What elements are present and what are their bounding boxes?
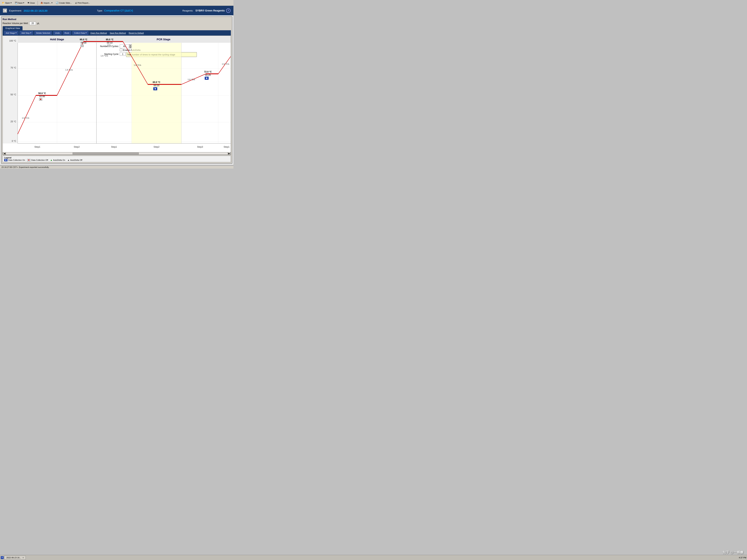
- nav-back-button[interactable]: ◀: [3, 8, 7, 12]
- svg-text:25 °C: 25 °C: [10, 120, 16, 123]
- collect-data-label: Collect Data: [74, 32, 85, 34]
- create-slide-button[interactable]: 🔄 Create Slide...: [55, 1, 73, 5]
- svg-rect-1: [3, 36, 18, 143]
- save-label: Save: [18, 2, 23, 4]
- add-step-button[interactable]: Add Step ▾: [20, 31, 33, 35]
- add-step-label: Add Step: [21, 32, 29, 34]
- collect-data-dropdown-icon: ▾: [85, 32, 87, 34]
- close-label: Close: [30, 2, 35, 4]
- svg-text:Step1: Step1: [224, 145, 230, 148]
- open-dropdown-icon: ▾: [10, 2, 12, 4]
- print-icon: 🖨: [75, 2, 77, 4]
- import-button[interactable]: 📥 Import... ▾: [40, 1, 53, 5]
- svg-text:1.6 °C/s: 1.6 °C/s: [22, 117, 29, 119]
- svg-text:Step1: Step1: [34, 145, 40, 148]
- reagents-label: Reagents:: [182, 9, 193, 12]
- open-run-method-label: Open Run Method: [91, 32, 107, 34]
- experiment-value: 2022-06-23 162130: [24, 9, 47, 12]
- svg-text:50.0 °C: 50.0 °C: [38, 92, 46, 95]
- tab-bar: Graphical View: [3, 26, 231, 30]
- scrollbar-track[interactable]: [6, 153, 227, 154]
- legend-autodelta-off: ▲ AutoDelta Off: [67, 159, 82, 161]
- svg-text:00:20: 00:20: [205, 74, 211, 76]
- svg-text:▲: ▲: [129, 45, 131, 47]
- svg-rect-24: [120, 49, 122, 51]
- svg-rect-72: [205, 77, 206, 77]
- legend: Legend Data Collection On Data Collectio…: [3, 156, 231, 162]
- redo-label: Redo: [65, 32, 69, 34]
- slide-icon: 🔄: [56, 2, 58, 4]
- horizontal-scrollbar[interactable]: ◀ ▶: [3, 152, 231, 155]
- separator: [37, 1, 38, 5]
- run-method-title: Run Method: [3, 18, 231, 21]
- svg-text:02:00: 02:00: [39, 95, 45, 98]
- add-stage-button[interactable]: Add Stage ▾: [4, 31, 18, 35]
- camera-on-icon: [4, 159, 7, 161]
- experiment-label: Experiment:: [9, 9, 22, 12]
- reaction-volume-label: Reaction Volume per Well:: [3, 22, 28, 25]
- svg-point-63: [155, 88, 156, 89]
- svg-text:50 °C: 50 °C: [10, 93, 16, 96]
- svg-text:0 °C: 0 °C: [12, 140, 16, 142]
- scrollbar-thumb[interactable]: [73, 153, 139, 154]
- undo-label: Undo: [55, 32, 60, 34]
- svg-text:Hold Stage: Hold Stage: [50, 38, 64, 41]
- svg-text:72.0 °C: 72.0 °C: [204, 71, 212, 73]
- revert-to-default-button[interactable]: Revert to Default: [128, 31, 145, 35]
- open-run-method-button[interactable]: Open Run Method: [90, 31, 108, 35]
- svg-text:00:20: 00:20: [154, 84, 159, 87]
- reaction-volume-input[interactable]: [29, 22, 36, 25]
- svg-text:Step2: Step2: [154, 145, 160, 148]
- help-button[interactable]: ?: [226, 8, 231, 13]
- print-report-button[interactable]: 🖨 Print Report...: [74, 1, 91, 5]
- svg-point-43: [40, 99, 42, 100]
- svg-text:1: 1: [122, 53, 123, 55]
- undo-button[interactable]: Undo: [53, 31, 61, 35]
- svg-text:Step2: Step2: [74, 145, 80, 148]
- svg-text:75 °C: 75 °C: [10, 66, 16, 69]
- pcr-graph-svg: 100 °C 75 °C 50 °C 25 °C 0 °C Hold Stage: [3, 36, 231, 152]
- redo-button[interactable]: Redo: [63, 31, 71, 35]
- delete-selected-button[interactable]: Delete Selected: [34, 31, 52, 35]
- save-run-method-button[interactable]: Save Run Method: [109, 31, 127, 35]
- data-collection-off-label: Data Collection Off: [31, 159, 48, 161]
- close-button[interactable]: ✖ Close: [27, 1, 36, 5]
- save-button[interactable]: 💾 Save ▾: [14, 1, 25, 5]
- graph-toolbar: Add Stage ▾ Add Step ▾ Delete Selected U…: [3, 30, 231, 35]
- import-dropdown-icon: ▾: [51, 2, 53, 4]
- folder-icon: 📂: [2, 2, 5, 4]
- scroll-left-button[interactable]: ◀: [3, 152, 6, 155]
- reagents-value: SYBR® Green Reagents: [196, 9, 225, 12]
- import-icon: 📥: [41, 2, 43, 4]
- legend-autodelta-on: ▲ AutoDelta On: [50, 159, 65, 161]
- add-stage-label: Add Stage: [6, 32, 15, 34]
- legend-data-collection-on: Data Collection On: [4, 159, 25, 161]
- tab-graphical-view[interactable]: Graphical View: [3, 26, 23, 30]
- print-report-label: Print Report...: [78, 2, 90, 4]
- svg-rect-55: [107, 45, 110, 47]
- revert-to-default-label: Revert to Default: [129, 32, 144, 34]
- svg-text:100 °C: 100 °C: [9, 39, 16, 42]
- save-run-method-label: Save Run Method: [110, 32, 126, 34]
- collect-data-button[interactable]: Collect Data ▾: [72, 31, 88, 35]
- run-method-panel: Run Method Reaction Volume per Well: µL …: [1, 17, 232, 164]
- close-icon: ✖: [28, 2, 29, 4]
- add-stage-dropdown-icon: ▾: [16, 32, 17, 34]
- header: ◀ Experiment: 2022-06-23 162130 Type: Co…: [0, 6, 233, 15]
- graph-container: 100 °C 75 °C 50 °C 25 °C 0 °C Hold Stage: [3, 35, 231, 155]
- svg-text:▼: ▼: [129, 47, 131, 48]
- open-button[interactable]: 📂 Open ▾: [1, 1, 12, 5]
- svg-rect-49: [81, 45, 83, 47]
- delete-selected-label: Delete Selected: [36, 32, 50, 34]
- triangle-off-icon: ▲: [67, 159, 70, 161]
- svg-rect-31: [132, 43, 181, 143]
- scroll-right-button[interactable]: ▶: [228, 152, 231, 155]
- svg-rect-64: [154, 87, 155, 88]
- toolbar: 📂 Open ▾ 💾 Save ▾ ✖ Close 📥 Import... ▾ …: [0, 0, 233, 6]
- svg-text:1.6 °C/s: 1.6 °C/s: [101, 55, 108, 57]
- import-label: Import...: [44, 2, 51, 4]
- triangle-on-icon: ▲: [50, 159, 52, 161]
- status-bar: 23 16:27:00 CST>: Experiment exported su…: [0, 165, 233, 169]
- svg-text:60.0 °C: 60.0 °C: [153, 81, 160, 83]
- svg-text:Step1: Step1: [111, 145, 117, 148]
